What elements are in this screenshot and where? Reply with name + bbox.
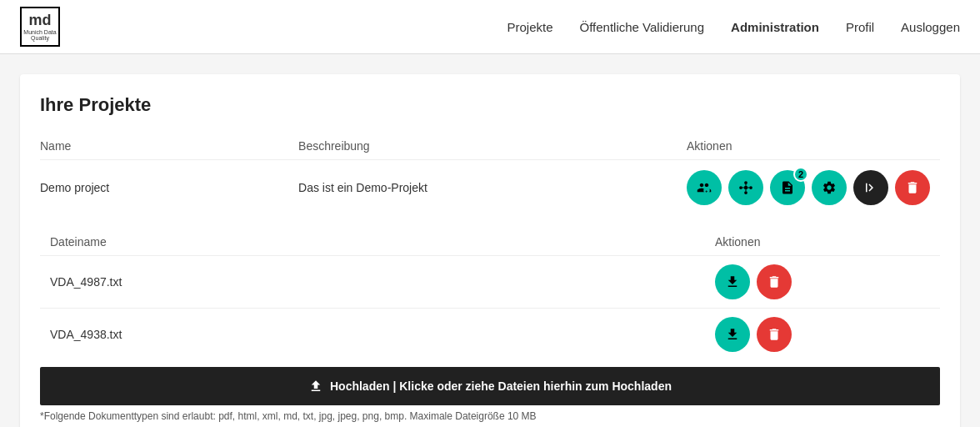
nav-profil[interactable]: Profil (846, 20, 874, 34)
nav-administration[interactable]: Administration (731, 20, 819, 34)
file-actions-cell (715, 309, 940, 361)
logo-subtitle: Munich Data Quality (22, 29, 58, 41)
gear-icon (822, 180, 837, 195)
nav-validierung[interactable]: Öffentliche Validierung (580, 20, 705, 34)
svg-point-3 (739, 186, 742, 189)
delete-project-button[interactable] (895, 170, 930, 205)
file-actions (715, 317, 930, 352)
file-row: VDA_4987.txt (40, 256, 940, 309)
header: md Munich Data Quality Projekte Öffentli… (0, 0, 980, 54)
upload-bar[interactable]: Hochladen | Klicke oder ziehe Dateien hi… (40, 367, 940, 405)
download-button[interactable] (715, 317, 750, 352)
col-actions: Aktionen (687, 133, 940, 160)
download-icon (725, 274, 740, 289)
download-icon (725, 327, 740, 342)
col-file-actions: Aktionen (715, 229, 940, 256)
svg-point-2 (744, 186, 748, 190)
file-actions (715, 264, 930, 299)
nav-ausloggen[interactable]: Ausloggen (901, 20, 960, 34)
projects-table: Name Beschreibung Aktionen Demo project … (40, 133, 940, 215)
col-name: Name (40, 133, 298, 160)
logo-letters: md (29, 13, 52, 28)
project-actions: + (687, 170, 930, 205)
logo-box: md Munich Data Quality (20, 7, 60, 47)
svg-point-6 (744, 191, 748, 194)
network-icon (738, 180, 753, 195)
col-description: Beschreibung (298, 133, 687, 160)
svg-point-5 (744, 181, 748, 184)
documents-button[interactable]: 2 (770, 170, 805, 205)
documents-icon (780, 180, 795, 195)
main-nav: Projekte Öffentliche Validierung Adminis… (507, 20, 960, 34)
file-actions-cell (715, 256, 940, 309)
upload-label: Hochladen | Klicke oder ziehe Dateien hi… (330, 379, 672, 393)
project-actions-cell: + (687, 160, 940, 216)
manage-users-button[interactable]: + (687, 170, 722, 205)
svg-rect-11 (866, 183, 868, 193)
network-button[interactable] (728, 170, 763, 205)
nav-projekte[interactable]: Projekte (507, 20, 552, 34)
files-table: Dateiname Aktionen VDA_4987.txt (40, 229, 940, 360)
users-icon: + (697, 180, 712, 195)
main-content: Ihre Projekte Name Beschreibung Aktionen… (0, 54, 980, 427)
trash-icon (767, 327, 782, 342)
project-name: Demo project (40, 160, 298, 216)
logo: md Munich Data Quality (20, 7, 60, 47)
trash-icon (767, 274, 782, 289)
projects-card: Ihre Projekte Name Beschreibung Aktionen… (20, 74, 960, 427)
project-row: Demo project Das ist ein Demo-Projekt + (40, 160, 940, 216)
project-description: Das ist ein Demo-Projekt (298, 160, 687, 216)
delete-file-button[interactable] (757, 264, 792, 299)
svg-point-4 (749, 186, 752, 189)
upload-icon (308, 379, 323, 394)
trash-icon (905, 180, 920, 195)
delete-file-button[interactable] (757, 317, 792, 352)
settings-button[interactable] (812, 170, 847, 205)
svg-text:+: + (705, 188, 708, 193)
col-filename: Dateiname (40, 229, 715, 256)
arrow-right-icon (863, 180, 878, 195)
file-row: VDA_4938.txt (40, 309, 940, 361)
upload-note: *Folgende Dokumenttypen sind erlaubt: pd… (40, 410, 940, 422)
export-button[interactable] (853, 170, 888, 205)
file-name: VDA_4987.txt (40, 256, 715, 309)
documents-badge: 2 (793, 167, 808, 182)
file-name: VDA_4938.txt (40, 309, 715, 361)
page-title: Ihre Projekte (40, 94, 940, 116)
download-button[interactable] (715, 264, 750, 299)
